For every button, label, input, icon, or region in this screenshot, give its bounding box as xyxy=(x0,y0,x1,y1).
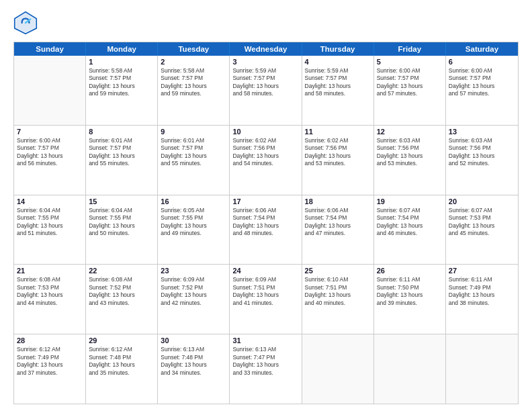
day-number: 7 xyxy=(17,128,83,136)
day-number: 17 xyxy=(232,197,298,205)
day-number: 6 xyxy=(449,58,515,66)
day-number: 19 xyxy=(377,197,443,205)
day-cell-21: 21Sunrise: 6:08 AM Sunset: 7:53 PM Dayli… xyxy=(14,265,86,334)
day-number: 27 xyxy=(449,267,515,275)
day-info: Sunrise: 6:04 AM Sunset: 7:55 PM Dayligh… xyxy=(17,207,83,238)
day-info: Sunrise: 5:58 AM Sunset: 7:57 PM Dayligh… xyxy=(89,67,154,98)
day-cell-20: 20Sunrise: 6:07 AM Sunset: 7:53 PM Dayli… xyxy=(446,195,518,265)
day-info: Sunrise: 6:02 AM Sunset: 7:56 PM Dayligh… xyxy=(232,137,298,168)
day-number: 21 xyxy=(17,267,83,275)
day-info: Sunrise: 6:02 AM Sunset: 7:56 PM Dayligh… xyxy=(305,137,371,168)
day-info: Sunrise: 6:11 AM Sunset: 7:49 PM Dayligh… xyxy=(449,276,515,307)
day-cell-7: 7Sunrise: 6:00 AM Sunset: 7:57 PM Daylig… xyxy=(14,126,86,195)
day-cell-18: 18Sunrise: 6:06 AM Sunset: 7:54 PM Dayli… xyxy=(302,195,374,265)
day-number: 26 xyxy=(377,267,443,275)
day-number: 5 xyxy=(377,58,443,66)
day-info: Sunrise: 6:03 AM Sunset: 7:56 PM Dayligh… xyxy=(377,137,443,168)
day-number: 2 xyxy=(161,58,226,66)
day-number: 25 xyxy=(305,267,371,275)
header-day-tuesday: Tuesday xyxy=(158,42,230,56)
page: SundayMondayTuesdayWednesdayThursdayFrid… xyxy=(0,0,532,411)
day-cell-26: 26Sunrise: 6:11 AM Sunset: 7:50 PM Dayli… xyxy=(374,265,446,334)
day-info: Sunrise: 6:04 AM Sunset: 7:55 PM Dayligh… xyxy=(89,207,154,238)
day-info: Sunrise: 6:03 AM Sunset: 7:56 PM Dayligh… xyxy=(449,137,515,168)
empty-cell-4-5 xyxy=(374,334,446,404)
day-info: Sunrise: 5:58 AM Sunset: 7:57 PM Dayligh… xyxy=(161,67,226,98)
empty-cell-0-0 xyxy=(14,56,86,125)
day-cell-11: 11Sunrise: 6:02 AM Sunset: 7:56 PM Dayli… xyxy=(302,126,374,195)
day-number: 14 xyxy=(17,197,83,205)
calendar-body: 1Sunrise: 5:58 AM Sunset: 7:57 PM Daylig… xyxy=(14,56,518,404)
day-cell-27: 27Sunrise: 6:11 AM Sunset: 7:49 PM Dayli… xyxy=(446,265,518,334)
day-info: Sunrise: 6:13 AM Sunset: 7:48 PM Dayligh… xyxy=(161,346,226,377)
day-number: 15 xyxy=(89,197,154,205)
day-number: 3 xyxy=(232,58,298,66)
day-info: Sunrise: 6:01 AM Sunset: 7:57 PM Dayligh… xyxy=(161,137,226,168)
calendar-row-1: 7Sunrise: 6:00 AM Sunset: 7:57 PM Daylig… xyxy=(14,125,518,195)
day-cell-22: 22Sunrise: 6:08 AM Sunset: 7:52 PM Dayli… xyxy=(86,265,158,334)
calendar-row-0: 1Sunrise: 5:58 AM Sunset: 7:57 PM Daylig… xyxy=(14,56,518,125)
day-cell-6: 6Sunrise: 6:00 AM Sunset: 7:57 PM Daylig… xyxy=(446,56,518,125)
header xyxy=(13,11,519,35)
header-day-saturday: Saturday xyxy=(446,42,518,56)
day-number: 9 xyxy=(161,128,226,136)
day-info: Sunrise: 6:11 AM Sunset: 7:50 PM Dayligh… xyxy=(377,276,443,307)
day-cell-14: 14Sunrise: 6:04 AM Sunset: 7:55 PM Dayli… xyxy=(14,195,86,265)
calendar: SundayMondayTuesdayWednesdayThursdayFrid… xyxy=(13,42,519,404)
day-cell-1: 1Sunrise: 5:58 AM Sunset: 7:57 PM Daylig… xyxy=(86,56,158,125)
day-info: Sunrise: 6:00 AM Sunset: 7:57 PM Dayligh… xyxy=(377,67,443,98)
day-cell-29: 29Sunrise: 6:12 AM Sunset: 7:48 PM Dayli… xyxy=(86,334,158,404)
day-number: 11 xyxy=(305,128,371,136)
day-number: 10 xyxy=(232,128,298,136)
header-day-friday: Friday xyxy=(374,42,446,56)
empty-cell-4-4 xyxy=(302,334,374,404)
day-cell-15: 15Sunrise: 6:04 AM Sunset: 7:55 PM Dayli… xyxy=(86,195,158,265)
day-cell-17: 17Sunrise: 6:06 AM Sunset: 7:54 PM Dayli… xyxy=(230,195,302,265)
day-number: 12 xyxy=(377,128,443,136)
day-info: Sunrise: 5:59 AM Sunset: 7:57 PM Dayligh… xyxy=(232,67,298,98)
day-info: Sunrise: 6:00 AM Sunset: 7:57 PM Dayligh… xyxy=(449,67,515,98)
day-info: Sunrise: 6:09 AM Sunset: 7:52 PM Dayligh… xyxy=(161,276,226,307)
day-cell-3: 3Sunrise: 5:59 AM Sunset: 7:57 PM Daylig… xyxy=(230,56,302,125)
day-info: Sunrise: 5:59 AM Sunset: 7:57 PM Dayligh… xyxy=(305,67,371,98)
day-info: Sunrise: 6:12 AM Sunset: 7:48 PM Dayligh… xyxy=(89,346,154,377)
day-info: Sunrise: 6:10 AM Sunset: 7:51 PM Dayligh… xyxy=(305,276,371,307)
day-number: 16 xyxy=(161,197,226,205)
day-cell-16: 16Sunrise: 6:05 AM Sunset: 7:55 PM Dayli… xyxy=(158,195,230,265)
day-cell-30: 30Sunrise: 6:13 AM Sunset: 7:48 PM Dayli… xyxy=(158,334,230,404)
calendar-row-2: 14Sunrise: 6:04 AM Sunset: 7:55 PM Dayli… xyxy=(14,195,518,265)
day-cell-10: 10Sunrise: 6:02 AM Sunset: 7:56 PM Dayli… xyxy=(230,126,302,195)
header-day-monday: Monday xyxy=(86,42,158,56)
day-cell-25: 25Sunrise: 6:10 AM Sunset: 7:51 PM Dayli… xyxy=(302,265,374,334)
day-info: Sunrise: 6:09 AM Sunset: 7:51 PM Dayligh… xyxy=(232,276,298,307)
day-number: 24 xyxy=(232,267,298,275)
day-number: 30 xyxy=(161,336,226,345)
calendar-row-3: 21Sunrise: 6:08 AM Sunset: 7:53 PM Dayli… xyxy=(14,264,518,334)
day-number: 1 xyxy=(89,58,154,66)
day-number: 18 xyxy=(305,197,371,205)
day-info: Sunrise: 6:08 AM Sunset: 7:53 PM Dayligh… xyxy=(17,276,83,307)
day-info: Sunrise: 6:08 AM Sunset: 7:52 PM Dayligh… xyxy=(89,276,154,307)
calendar-row-4: 28Sunrise: 6:12 AM Sunset: 7:49 PM Dayli… xyxy=(14,334,518,404)
day-number: 20 xyxy=(449,197,515,205)
day-number: 28 xyxy=(17,336,83,345)
day-number: 8 xyxy=(89,128,154,136)
day-info: Sunrise: 6:01 AM Sunset: 7:57 PM Dayligh… xyxy=(89,137,154,168)
day-cell-4: 4Sunrise: 5:59 AM Sunset: 7:57 PM Daylig… xyxy=(302,56,374,125)
empty-cell-4-6 xyxy=(446,334,518,404)
day-cell-5: 5Sunrise: 6:00 AM Sunset: 7:57 PM Daylig… xyxy=(374,56,446,125)
day-cell-8: 8Sunrise: 6:01 AM Sunset: 7:57 PM Daylig… xyxy=(86,126,158,195)
day-number: 29 xyxy=(89,336,154,345)
day-info: Sunrise: 6:13 AM Sunset: 7:47 PM Dayligh… xyxy=(232,346,298,377)
header-day-sunday: Sunday xyxy=(14,42,86,56)
header-day-wednesday: Wednesday xyxy=(230,42,302,56)
day-number: 4 xyxy=(305,58,371,66)
day-cell-31: 31Sunrise: 6:13 AM Sunset: 7:47 PM Dayli… xyxy=(230,334,302,404)
day-cell-9: 9Sunrise: 6:01 AM Sunset: 7:57 PM Daylig… xyxy=(158,126,230,195)
header-day-thursday: Thursday xyxy=(302,42,374,56)
day-info: Sunrise: 6:06 AM Sunset: 7:54 PM Dayligh… xyxy=(232,207,298,238)
day-info: Sunrise: 6:05 AM Sunset: 7:55 PM Dayligh… xyxy=(161,207,226,238)
day-number: 13 xyxy=(449,128,515,136)
day-info: Sunrise: 6:07 AM Sunset: 7:54 PM Dayligh… xyxy=(377,207,443,238)
day-info: Sunrise: 6:06 AM Sunset: 7:54 PM Dayligh… xyxy=(305,207,371,238)
